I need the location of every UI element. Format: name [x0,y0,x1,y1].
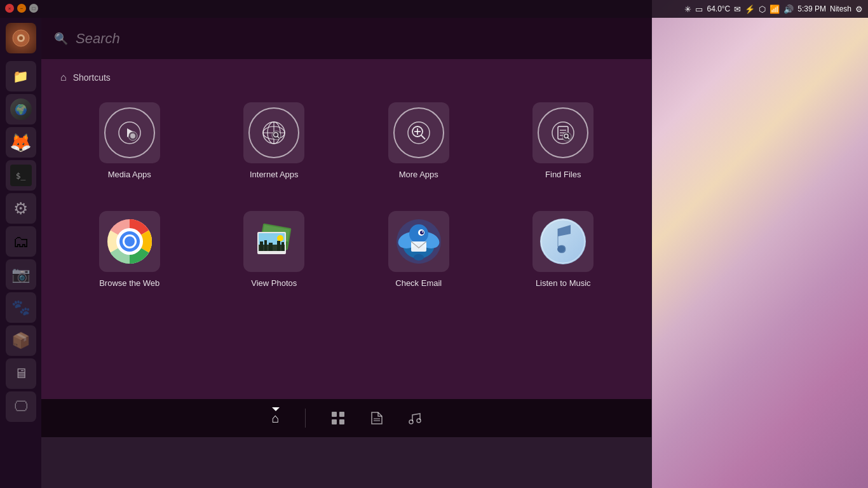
more-apps-label: More Apps [399,170,438,179]
check-email-item[interactable]: Check Email [349,205,488,294]
user-name[interactable]: Nitesh [830,4,851,13]
svg-rect-45 [281,242,284,251]
mail-icon[interactable]: ✉ [734,4,741,14]
nav-item-home[interactable]: ⌂ [271,411,279,426]
notification-icon[interactable]: ✳ [684,4,691,14]
svg-point-15 [408,122,430,144]
nav-item-files[interactable] [370,411,383,425]
view-photos-label: View Photos [251,278,297,288]
maximize-button[interactable]: □ [29,4,38,13]
sidebar-item-camera[interactable]: 📷 [6,259,36,290]
nav-home-icon: ⌂ [271,411,279,426]
svg-rect-61 [332,419,337,424]
svg-rect-44 [277,241,280,251]
sidebar-dock: 📁 🌍 🦊 $_ ⚙ 🗂 📷 🐾 📦 🖥 🖵 [0,18,41,488]
shortcut-apps-grid: Media Apps [60,96,632,186]
window-manager-icon[interactable]: ▭ [695,4,703,14]
photos-icon [248,216,299,267]
svg-rect-42 [264,240,267,251]
bluetooth-icon[interactable]: ⚡ [745,4,755,14]
shortcuts-section: ⌂ Shortcuts Medi [41,59,651,399]
network-sidebar-icon: 🐾 [11,299,31,316]
vm-icon: 📦 [11,332,31,349]
internet-apps-item[interactable]: Internet Apps [205,96,344,186]
nav-item-music[interactable] [409,411,421,425]
shortcuts-header: ⌂ Shortcuts [60,72,632,83]
view-photos-item[interactable]: View Photos [205,205,344,294]
browse-web-icon-wrapper [99,211,160,272]
sidebar-item-files[interactable]: 📁 [6,61,36,92]
folder2-icon: 🗂 [13,232,29,252]
window-controls: × − □ [5,4,38,13]
nav-item-apps[interactable] [331,411,345,425]
internet-apps-icon-wrapper [243,102,304,163]
sidebar-item-terminal[interactable]: $_ [6,160,36,191]
svg-rect-60 [339,412,344,417]
find-files-svg [552,121,574,144]
sidebar-item-system-settings[interactable]: ⚙ [6,193,36,224]
more-apps-svg [407,121,430,144]
sidebar-item-browser[interactable]: 🌍 [6,94,36,125]
firefox-icon: 🦊 [10,132,32,153]
internet-apps-circle [248,107,299,158]
svg-rect-41 [260,241,263,251]
listen-music-item[interactable]: Listen to Music [494,205,633,294]
unity-logo-icon [11,29,31,48]
svg-point-53 [422,231,423,233]
sidebar-item-screencast[interactable]: 🖥 [6,358,36,389]
find-files-label: Find Files [545,170,581,179]
check-email-icon-wrapper [388,211,449,272]
sidebar-item-files2[interactable]: 🗂 [6,226,36,257]
media-apps-svg [118,121,141,144]
top-panel-right: ✳ ▭ 64.0°C ✉ ⚡ ⬡ 📶 🔊 5:39 PM Nitesh ⚙ [684,4,863,14]
top-panel: ✳ ▭ 64.0°C ✉ ⚡ ⬡ 📶 🔊 5:39 PM Nitesh ⚙ [0,0,868,18]
listen-music-icon-wrapper [532,211,593,272]
nav-separator-1 [305,409,306,428]
screencast-icon: 🖥 [14,365,28,382]
find-files-icon-wrapper [532,102,593,163]
sidebar-item-vm[interactable]: 📦 [6,325,36,356]
more-apps-item[interactable]: More Apps [349,96,488,186]
folder-icon: 📁 [13,69,29,84]
shortcuts-title: Shortcuts [73,72,111,83]
network-icon[interactable]: ⬡ [759,4,766,14]
listen-music-label: Listen to Music [536,278,591,288]
home-header-icon: ⌂ [60,72,67,83]
more-apps-circle [393,107,444,158]
internet-apps-svg [262,121,285,144]
media-apps-circle [104,107,155,158]
find-files-circle [538,107,588,158]
search-input[interactable] [76,30,639,47]
camera-icon: 📷 [11,266,31,283]
wifi-icon[interactable]: 📶 [770,4,780,14]
chrome-icon [104,216,155,267]
sidebar-item-network[interactable]: 🐾 [6,292,36,323]
misc-icon: 🖵 [14,398,28,415]
find-files-item[interactable]: Find Files [494,96,633,186]
svg-point-56 [540,219,586,264]
media-apps-item[interactable]: Media Apps [60,96,199,186]
nav-apps-icon [331,411,345,425]
browse-web-label: Browse the Web [99,278,159,288]
svg-rect-43 [269,243,273,251]
svg-point-52 [420,231,424,234]
sidebar-item-unity-home[interactable] [6,23,36,53]
view-photos-icon-wrapper [243,211,304,272]
minimize-button[interactable]: − [17,4,26,13]
svg-rect-59 [332,412,337,417]
close-button[interactable]: × [5,4,14,13]
browse-web-item[interactable]: Browse the Web [60,205,199,294]
temperature-display: 64.0°C [707,4,730,13]
terminal-icon: $_ [10,165,32,186]
svg-point-2 [19,36,23,40]
settings-icon[interactable]: ⚙ [855,4,863,14]
bottom-nav-bar: ⌂ [41,399,651,437]
sidebar-item-firefox[interactable]: 🦊 [6,127,36,158]
svg-point-55 [414,254,424,261]
clock[interactable]: 5:39 PM [797,4,826,13]
system-icon: ⚙ [13,199,28,219]
sidebar-item-misc[interactable]: 🖵 [6,391,36,422]
volume-icon[interactable]: 🔊 [783,4,794,14]
media-apps-label: Media Apps [108,170,151,179]
nav-music-icon [409,411,421,425]
